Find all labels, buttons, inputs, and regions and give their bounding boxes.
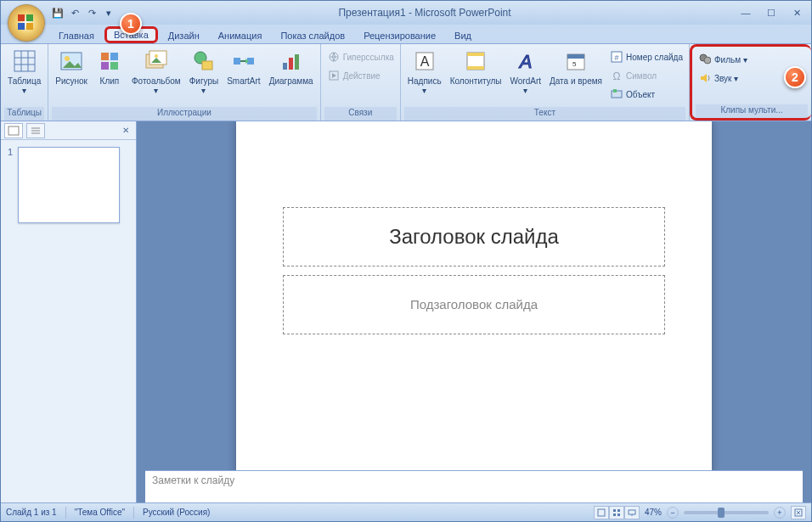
- hyperlink-button: Гиперссылка: [324, 48, 397, 66]
- tab-design[interactable]: Дизайн: [160, 28, 208, 43]
- chart-button[interactable]: Диаграмма: [266, 46, 317, 87]
- wordart-button[interactable]: A WordArt▾: [507, 46, 545, 97]
- sound-icon: [698, 71, 712, 85]
- panel-close[interactable]: ✕: [119, 126, 133, 135]
- thumb-preview[interactable]: [18, 147, 120, 223]
- slide-canvas[interactable]: Заголовок слайда Подзаголовок слайда: [236, 121, 712, 470]
- separator: [133, 507, 134, 519]
- symbol-button: Ω Символ: [607, 66, 685, 85]
- album-icon: [143, 48, 170, 75]
- album-button[interactable]: Фотоальбом▾: [128, 46, 184, 97]
- svg-rect-4: [14, 51, 35, 71]
- svg-rect-14: [110, 62, 118, 70]
- title-placeholder[interactable]: Заголовок слайда: [283, 207, 665, 267]
- svg-rect-55: [629, 510, 635, 514]
- svg-text:A: A: [517, 51, 532, 72]
- picture-icon: [58, 48, 85, 75]
- group-text-label: Текст: [404, 107, 685, 121]
- slidenum-button[interactable]: # Номер слайда: [607, 48, 685, 66]
- svg-rect-46: [8, 126, 19, 135]
- datetime-button[interactable]: 5 Дата и время: [546, 46, 606, 87]
- panel-tabs: ✕: [1, 121, 136, 140]
- save-button[interactable]: 💾: [50, 5, 65, 20]
- symbol-label: Символ: [626, 71, 657, 81]
- clip-icon: [96, 48, 123, 75]
- tab-home[interactable]: Главная: [50, 28, 103, 43]
- headerfooter-icon: [462, 48, 489, 75]
- group-links: Гиперссылка Действие Связи: [321, 44, 401, 121]
- svg-rect-20: [234, 58, 240, 65]
- svg-rect-53: [613, 514, 616, 516]
- svg-rect-54: [617, 514, 620, 516]
- table-button[interactable]: Таблица▾: [4, 46, 44, 97]
- zoom-in[interactable]: +: [774, 507, 786, 519]
- hyperlink-icon: [327, 50, 341, 64]
- status-language[interactable]: Русский (Россия): [143, 508, 210, 517]
- zoom-thumb[interactable]: [718, 508, 725, 518]
- subtitle-placeholder[interactable]: Подзаголовок слайда: [283, 275, 665, 334]
- zoom-slider[interactable]: [684, 511, 769, 514]
- album-label: Фотоальбом▾: [132, 76, 181, 95]
- panel-tab-outline[interactable]: [26, 123, 45, 138]
- shapes-button[interactable]: Фигуры▾: [186, 46, 222, 97]
- svg-rect-25: [295, 54, 299, 70]
- shapes-icon: [190, 48, 217, 75]
- group-text: A Надпись▾ Колонтитулы A WordArt▾ 5 Дата…: [401, 44, 690, 121]
- tab-review[interactable]: Рецензирование: [355, 28, 444, 43]
- view-normal[interactable]: [594, 506, 609, 519]
- panel-tab-slides[interactable]: [4, 123, 23, 138]
- status-slide: Слайд 1 из 1: [6, 508, 57, 517]
- svg-rect-50: [598, 509, 605, 516]
- datetime-icon: 5: [562, 48, 589, 75]
- zoom-out[interactable]: −: [667, 507, 679, 519]
- tab-animation[interactable]: Анимация: [210, 28, 271, 43]
- statusbar: Слайд 1 из 1 "Тема Office" Русский (Росс…: [1, 502, 811, 521]
- svg-text:5: 5: [572, 60, 577, 68]
- svg-point-17: [155, 54, 158, 58]
- symbol-icon: Ω: [610, 69, 623, 82]
- clip-button[interactable]: Клип: [93, 46, 127, 87]
- separator: [65, 507, 66, 519]
- office-button[interactable]: [8, 4, 45, 42]
- headerfooter-button[interactable]: Колонтитулы: [447, 46, 505, 87]
- app-window: 💾 ↶ ↷ ▾ Презентация1 - Microsoft PowerPo…: [0, 0, 812, 522]
- ribbon-tabs: Главная Вставка Дизайн Анимация Показ сл…: [1, 25, 811, 43]
- textbox-label: Надпись▾: [408, 76, 442, 95]
- datetime-label: Дата и время: [550, 76, 602, 86]
- minimize-button[interactable]: —: [733, 4, 758, 21]
- smartart-button[interactable]: SmartArt: [223, 46, 263, 87]
- movie-label: Фильм: [714, 55, 741, 65]
- smartart-label: SmartArt: [227, 76, 260, 86]
- chart-icon: [278, 48, 305, 75]
- sound-button[interactable]: Звук ▾: [696, 69, 750, 87]
- view-show[interactable]: [624, 506, 640, 519]
- zoom-percent[interactable]: 47%: [645, 508, 662, 517]
- table-icon: [11, 48, 38, 75]
- tab-view[interactable]: Вид: [446, 28, 480, 43]
- maximize-button[interactable]: ☐: [758, 4, 784, 21]
- action-button: Действие: [324, 66, 397, 85]
- view-sorter[interactable]: [609, 506, 624, 519]
- close-button[interactable]: ✕: [784, 4, 809, 21]
- thumb-item[interactable]: 1: [8, 147, 129, 223]
- redo-button[interactable]: ↷: [84, 5, 99, 20]
- thumb-number: 1: [8, 147, 13, 223]
- action-icon: [327, 69, 341, 82]
- zoom-fit[interactable]: [791, 506, 806, 519]
- textbox-button[interactable]: A Надпись▾: [404, 46, 445, 97]
- slide-area[interactable]: Заголовок слайда Подзаголовок слайда: [137, 121, 811, 470]
- callout-2: 2: [784, 66, 806, 88]
- svg-rect-11: [101, 53, 109, 60]
- tab-slideshow[interactable]: Показ слайдов: [272, 28, 353, 43]
- svg-text:Ω: Ω: [613, 70, 621, 81]
- notes-pane[interactable]: Заметки к слайду: [145, 470, 803, 502]
- picture-button[interactable]: Рисунок: [52, 46, 91, 87]
- movie-button[interactable]: Фильм ▾: [696, 50, 750, 69]
- object-button[interactable]: Объект: [607, 85, 685, 104]
- undo-button[interactable]: ↶: [67, 5, 82, 20]
- svg-rect-0: [18, 14, 25, 21]
- group-tables: Таблица▾ Таблицы: [1, 44, 48, 121]
- view-buttons: [594, 506, 640, 519]
- qat-dropdown[interactable]: ▾: [101, 5, 116, 20]
- svg-rect-32: [467, 53, 484, 56]
